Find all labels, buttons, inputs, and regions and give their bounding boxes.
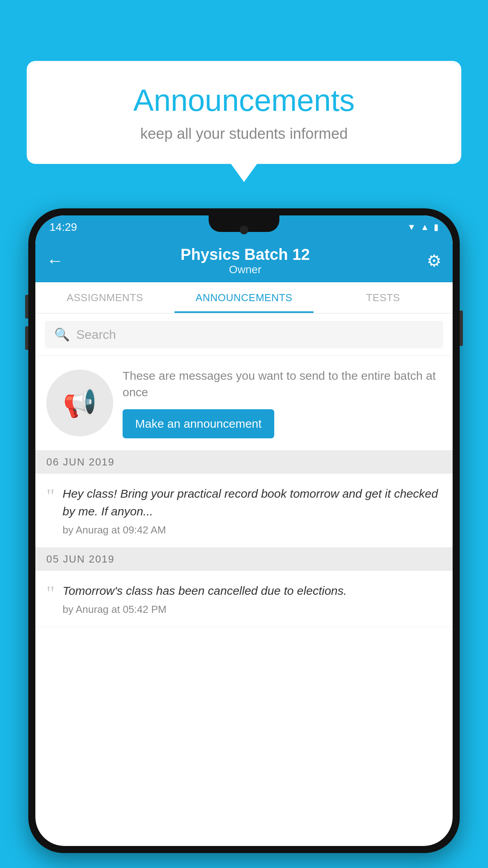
status-icons: ▼ ▲ ▮ [407, 222, 438, 232]
promo-description: These are messages you want to send to t… [123, 368, 442, 401]
volume-down-button [25, 326, 28, 350]
status-time: 14:29 [50, 221, 77, 234]
phone-mockup: 14:29 ▼ ▲ ▮ ← Physics Batch 12 Owner ⚙ [28, 208, 460, 853]
tabs-bar: ASSIGNMENTS ANNOUNCEMENTS TESTS [35, 282, 453, 314]
power-button [460, 311, 463, 346]
speech-bubble-container: Announcements keep all your students inf… [27, 61, 461, 164]
speech-bubble: Announcements keep all your students inf… [27, 61, 461, 164]
app-bar-title: Physics Batch 12 [64, 246, 427, 263]
announcement-content-1: Hey class! Bring your practical record b… [62, 485, 442, 536]
date-divider-2: 05 JUN 2019 [35, 548, 453, 571]
tab-announcements[interactable]: ANNOUNCEMENTS [174, 282, 314, 313]
promo-content: These are messages you want to send to t… [123, 368, 442, 438]
app-bar-center: Physics Batch 12 Owner [64, 246, 427, 276]
quote-icon-2: " [46, 583, 55, 604]
announcement-text-1: Hey class! Bring your practical record b… [62, 485, 442, 520]
announcement-meta-2: by Anurag at 05:42 PM [62, 603, 442, 616]
phone-screen: 14:29 ▼ ▲ ▮ ← Physics Batch 12 Owner ⚙ [35, 215, 453, 846]
wifi-icon: ▼ [407, 222, 416, 232]
search-container: 🔍 Search [35, 314, 453, 356]
promo-section: 📢 These are messages you want to send to… [35, 356, 453, 451]
tab-tests[interactable]: TESTS [314, 282, 453, 313]
volume-up-button [25, 295, 28, 318]
phone-notch [209, 215, 279, 232]
announcement-meta-1: by Anurag at 09:42 AM [62, 524, 442, 536]
promo-icon-circle: 📢 [46, 370, 113, 436]
search-input[interactable]: Search [76, 327, 116, 342]
search-bar[interactable]: 🔍 Search [45, 321, 443, 348]
phone-outer: 14:29 ▼ ▲ ▮ ← Physics Batch 12 Owner ⚙ [28, 208, 460, 853]
quote-icon-1: " [46, 486, 55, 507]
app-bar-subtitle: Owner [64, 263, 427, 276]
speech-bubble-subtitle: keep all your students informed [50, 125, 438, 142]
speech-bubble-title: Announcements [50, 83, 438, 118]
megaphone-icon: 📢 [63, 387, 97, 419]
battery-icon: ▮ [434, 222, 438, 232]
back-button[interactable]: ← [46, 251, 64, 270]
signal-icon: ▲ [420, 222, 429, 232]
announcement-item-2: " Tomorrow's class has been cancelled du… [35, 571, 453, 627]
announcement-text-2: Tomorrow's class has been cancelled due … [62, 582, 442, 600]
date-divider-1: 06 JUN 2019 [35, 451, 453, 474]
make-announcement-button[interactable]: Make an announcement [123, 409, 274, 438]
app-bar: ← Physics Batch 12 Owner ⚙ [35, 239, 453, 282]
announcement-item-1: " Hey class! Bring your practical record… [35, 474, 453, 548]
tab-assignments[interactable]: ASSIGNMENTS [35, 282, 174, 313]
settings-icon[interactable]: ⚙ [427, 251, 442, 270]
announcement-content-2: Tomorrow's class has been cancelled due … [62, 582, 442, 616]
front-camera [240, 226, 248, 234]
search-icon: 🔍 [54, 327, 70, 342]
